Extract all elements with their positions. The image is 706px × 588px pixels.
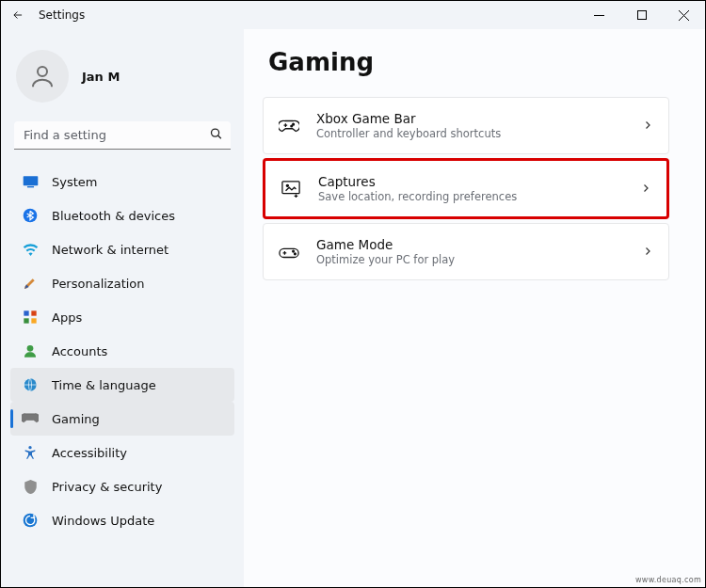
card-game-mode[interactable]: Game Mode Optimize your PC for play xyxy=(263,223,669,280)
search-input[interactable] xyxy=(14,121,231,150)
nav-item-accounts[interactable]: Accounts xyxy=(10,334,234,368)
nav-label: Time & language xyxy=(52,378,156,392)
nav-label: Network & internet xyxy=(52,243,168,257)
card-title: Xbox Game Bar xyxy=(316,111,625,126)
svg-rect-10 xyxy=(24,310,28,315)
svg-point-24 xyxy=(295,252,297,254)
svg-rect-20 xyxy=(282,181,299,193)
update-icon xyxy=(22,512,39,529)
nav-label: Gaming xyxy=(52,412,100,426)
svg-point-4 xyxy=(38,67,47,76)
user-name: Jan M xyxy=(82,70,120,84)
nav-item-gaming[interactable]: Gaming xyxy=(10,402,234,436)
card-subtitle: Optimize your PC for play xyxy=(316,253,625,266)
chevron-right-icon xyxy=(642,117,653,135)
chevron-right-icon xyxy=(640,180,651,198)
window-title: Settings xyxy=(39,8,85,22)
nav-label: Apps xyxy=(52,310,82,325)
svg-rect-11 xyxy=(31,310,36,315)
svg-point-5 xyxy=(212,129,219,136)
svg-rect-7 xyxy=(23,176,38,185)
shield-icon xyxy=(22,478,39,495)
bluetooth-icon xyxy=(22,207,39,224)
card-subtitle: Controller and keyboard shortcuts xyxy=(316,127,625,140)
nav-item-windows-update[interactable]: Windows Update xyxy=(10,503,234,537)
svg-point-16 xyxy=(28,446,31,449)
nav-item-accessibility[interactable]: Accessibility xyxy=(10,436,234,469)
nav-label: Bluetooth & devices xyxy=(52,209,175,223)
apps-icon xyxy=(22,309,39,326)
globe-clock-icon xyxy=(22,376,39,393)
nav-item-time-language[interactable]: Time & language xyxy=(10,368,234,402)
page-title: Gaming xyxy=(263,33,669,97)
svg-rect-12 xyxy=(24,318,28,323)
svg-rect-1 xyxy=(637,11,646,20)
nav-item-bluetooth[interactable]: Bluetooth & devices xyxy=(10,199,234,232)
svg-point-18 xyxy=(293,123,295,125)
user-profile[interactable]: Jan M xyxy=(10,42,234,119)
nav-item-personalization[interactable]: Personalization xyxy=(10,266,234,300)
paintbrush-icon xyxy=(22,275,39,292)
search-icon xyxy=(209,127,223,145)
nav: System Bluetooth & devices Network & int… xyxy=(10,165,234,537)
card-xbox-game-bar[interactable]: Xbox Game Bar Controller and keyboard sh… xyxy=(263,97,669,154)
svg-point-21 xyxy=(286,184,288,186)
main-content: Gaming Xbox Game Bar Controller and keyb… xyxy=(244,29,705,587)
nav-item-network[interactable]: Network & internet xyxy=(10,232,234,266)
close-button[interactable] xyxy=(663,1,705,29)
system-icon xyxy=(22,173,39,190)
gamepad-icon xyxy=(22,410,39,427)
nav-label: Privacy & security xyxy=(52,480,162,494)
svg-line-6 xyxy=(218,135,221,138)
svg-point-23 xyxy=(293,250,295,252)
nav-label: Accounts xyxy=(52,344,107,358)
sidebar: Jan M System xyxy=(1,29,244,587)
nav-label: System xyxy=(52,175,97,189)
captures-icon xyxy=(281,179,301,199)
nav-item-system[interactable]: System xyxy=(10,165,234,199)
game-bar-icon xyxy=(279,116,299,136)
accessibility-icon xyxy=(22,444,39,461)
nav-item-apps[interactable]: Apps xyxy=(10,300,234,334)
svg-rect-13 xyxy=(31,318,36,323)
svg-rect-8 xyxy=(26,186,33,187)
person-icon xyxy=(22,342,39,359)
chevron-right-icon xyxy=(642,243,653,261)
back-button[interactable] xyxy=(10,8,25,23)
svg-point-19 xyxy=(291,125,293,127)
watermark: www.deuaq.com xyxy=(635,576,701,584)
card-subtitle: Save location, recording preferences xyxy=(318,190,623,203)
wifi-icon xyxy=(22,241,39,258)
avatar xyxy=(16,50,69,103)
titlebar: Settings xyxy=(1,1,705,29)
svg-point-14 xyxy=(27,345,34,352)
nav-label: Windows Update xyxy=(52,514,154,528)
maximize-button[interactable] xyxy=(620,1,663,29)
card-title: Game Mode xyxy=(316,237,625,252)
nav-label: Personalization xyxy=(52,277,145,291)
card-title: Captures xyxy=(318,174,623,189)
minimize-button[interactable] xyxy=(578,1,620,29)
card-captures[interactable]: Captures Save location, recording prefer… xyxy=(263,158,669,219)
nav-item-privacy[interactable]: Privacy & security xyxy=(10,469,234,503)
nav-label: Accessibility xyxy=(52,446,127,460)
game-mode-icon xyxy=(279,242,299,262)
